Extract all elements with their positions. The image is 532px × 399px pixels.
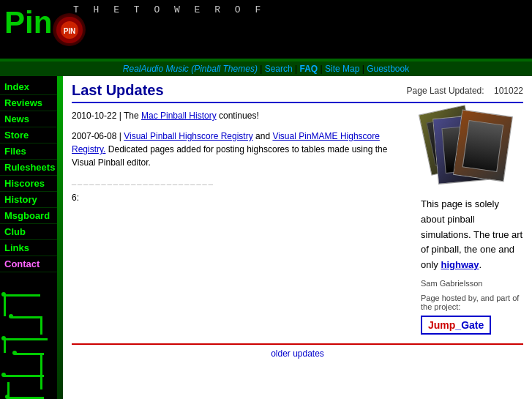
content-header: Last Updates Page Last Updated: 101022 [72, 82, 523, 103]
side-description: This page is solely about pinball simula… [421, 197, 523, 273]
content-body: 2010-10-22 | The Mac Pinball History con… [72, 109, 523, 335]
sidebar-item-history[interactable]: History [0, 192, 57, 208]
main-layout: Index Reviews News Store Files Rulesheet… [0, 76, 532, 399]
pinball-collage [421, 109, 523, 190]
older-updates-link[interactable]: older updates [271, 348, 324, 359]
sidebar-item-store[interactable]: Store [0, 127, 57, 143]
content-text: 2010-10-22 | The Mac Pinball History con… [72, 109, 412, 335]
guestbook-link[interactable]: Guestbook [367, 64, 409, 74]
logo-text: Pin [4, 7, 52, 38]
content-area: Last Updates Page Last Updated: 101022 2… [63, 76, 532, 399]
entry-1: 2010-10-22 | The Mac Pinball History con… [72, 109, 412, 122]
author-name: Sam Gabrielsson [421, 279, 523, 288]
sidebar-item-reviews[interactable]: Reviews [0, 95, 57, 111]
collage-card-1 [453, 110, 513, 182]
sidebar-item-hiscores[interactable]: Hiscores [0, 176, 57, 192]
left-panel: Index Reviews News Store Files Rulesheet… [0, 76, 57, 399]
vp-highscore-link[interactable]: Visual Pinball Highscore Registry [124, 131, 253, 141]
sidebar-item-news[interactable]: News [0, 111, 57, 127]
mac-pinball-history-link[interactable]: Mac Pinball History [141, 111, 217, 121]
sidebar-item-msgboard[interactable]: Msgboard [0, 208, 57, 224]
last-updated-label: Page Last Updated: [407, 86, 484, 96]
logo-icon: PIN [53, 13, 86, 46]
sidebar: Index Reviews News Store Files Rulesheet… [0, 76, 57, 399]
entry-2-rest: Dedicated pages added for posting highsc… [72, 144, 387, 168]
realaudio-link[interactable]: RealAudio Music (Pinball Themes) [123, 64, 258, 74]
entry-2-date: 2007-06-08 | [72, 131, 124, 141]
search-link[interactable]: Search [265, 64, 293, 74]
sidebar-item-rulesheets[interactable]: Rulesheets [0, 160, 57, 176]
sidebar-item-contact[interactable]: Contact [0, 256, 57, 272]
header-title: T H E T O W E R O F [73, 4, 265, 15]
content-image-area: This page is solely about pinball simula… [421, 109, 523, 335]
hosted-text: Page hosted by, and part of the project: [421, 294, 523, 311]
last-updated-value: 101022 [494, 86, 523, 96]
sitemap-link[interactable]: Site Map [325, 64, 359, 74]
entry-2: 2007-06-08 | Visual Pinball Highscore Re… [72, 130, 412, 169]
jumpgate-jump: Jump [428, 319, 455, 331]
page-title: Last Updates [72, 82, 164, 99]
faq-link[interactable]: FAQ [300, 64, 318, 74]
entry-2-and: and [255, 131, 272, 141]
entry-1-date: 2010-10-22 | The [72, 111, 141, 121]
header: Pin PIN T H E T O W E R O F [0, 0, 532, 59]
jumpgate-gate: Gate [461, 319, 484, 331]
sidebar-item-files[interactable]: Files [0, 143, 57, 160]
jumpgate-separator: _ [455, 319, 461, 331]
highway-link[interactable]: highway [441, 259, 479, 270]
entry-1-cont: continues! [219, 111, 259, 121]
sidebar-border [57, 76, 63, 399]
sidebar-item-index[interactable]: Index [0, 79, 57, 95]
jumpgate-badge[interactable]: Jump_Gate [421, 316, 491, 335]
sidebar-item-club[interactable]: Club [0, 224, 57, 240]
svg-text:PIN: PIN [63, 27, 75, 35]
content-divider: ________________________ [72, 176, 412, 185]
last-updated: Page Last Updated: 101022 [407, 86, 523, 96]
footer: older updates [72, 343, 523, 359]
top-links: RealAudio Music (Pinball Themes) | Searc… [0, 61, 532, 76]
sidebar-item-links[interactable]: Links [0, 240, 57, 256]
footnote: 6: [72, 191, 412, 204]
side-punctuation: . [479, 259, 482, 270]
